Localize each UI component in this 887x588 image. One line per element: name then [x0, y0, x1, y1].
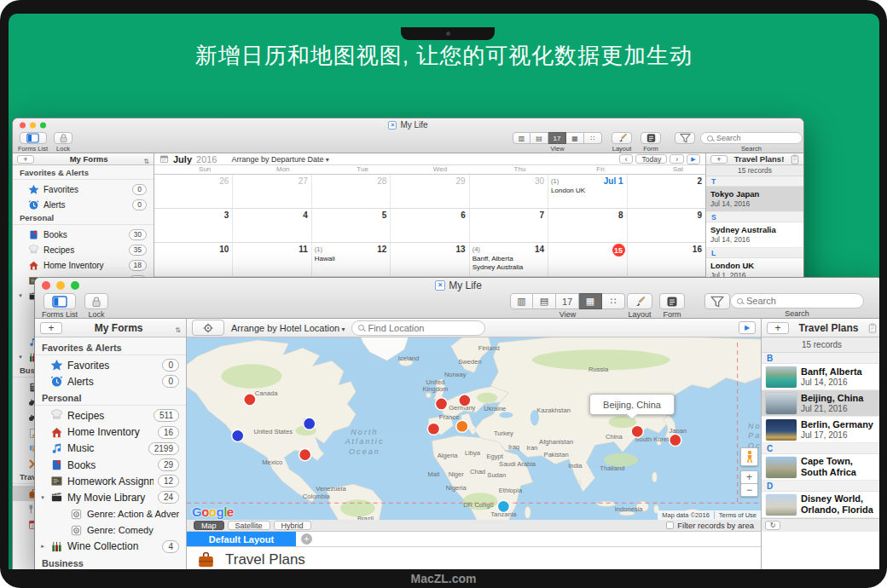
map-pin[interactable] [459, 395, 471, 406]
zoom-button[interactable] [40, 122, 46, 128]
map-pin[interactable] [497, 500, 509, 512]
calendar-cell[interactable]: 8 [548, 209, 627, 242]
forms-list-toolbar-item[interactable]: Forms List [18, 132, 48, 153]
sidebar-item-alerts[interactable]: Alerts0 [35, 373, 186, 389]
calendar-cell[interactable]: 10 [154, 243, 233, 276]
disclosure-triangle-icon[interactable]: ▾ [39, 494, 46, 501]
record-list-item[interactable]: Tokyo JapanJul 14, 2016 [706, 187, 803, 212]
map-pin[interactable] [631, 425, 643, 437]
sidebar-item-genre-comedy[interactable]: Genre: Comedy [35, 522, 186, 539]
form-toolbar-item[interactable]: Form [641, 132, 661, 153]
map-pin-callout[interactable]: Beijing, China [589, 394, 675, 415]
next-month-button[interactable]: › [670, 154, 684, 164]
form-toolbar-item[interactable]: Form [659, 293, 685, 319]
add-form-button[interactable]: + [40, 322, 62, 334]
search-field[interactable] [730, 293, 864, 308]
clipboard-icon[interactable] [868, 323, 877, 333]
slideshow-button[interactable]: ▶ [739, 321, 756, 334]
forms-list-icon[interactable] [20, 132, 47, 144]
map-type-map-button[interactable]: Map [194, 521, 224, 530]
sidebar-item-books[interactable]: Books29 [35, 457, 186, 473]
calendar-cell[interactable]: 15 [548, 243, 627, 276]
map-pin[interactable] [304, 418, 316, 429]
filter-funnel-icon[interactable] [704, 293, 730, 309]
view-segment-list-icon[interactable]: ▤ [533, 293, 556, 309]
calendar-cell[interactable]: 2 [628, 175, 705, 208]
view-segment-grid-icon[interactable]: ∷ [602, 293, 625, 309]
view-segment-columns-icon[interactable]: ▥ [510, 293, 533, 309]
layout-brush-icon[interactable] [612, 132, 632, 144]
sidebar-item-books[interactable]: Books30 [13, 227, 154, 242]
layout-toolbar-item[interactable]: Layout [627, 293, 652, 319]
record-list-item[interactable]: Disney World, Orlando, Florida [762, 492, 879, 518]
calendar-cell[interactable]: 11 [233, 243, 311, 276]
arrange-by-dropdown[interactable]: Arrange by Hotel Location [231, 323, 345, 333]
sidebar-item-favorites[interactable]: Favorites0 [13, 182, 154, 197]
filter-toolbar-item[interactable] [704, 293, 730, 309]
sidebar-item-home-inventory[interactable]: Home Inventory16 [35, 424, 186, 441]
sort-order-icon[interactable] [143, 152, 149, 167]
add-form-button[interactable]: + [17, 155, 34, 164]
form-icon[interactable] [659, 293, 685, 309]
calendar-cell[interactable]: 27 [233, 175, 311, 208]
record-list-item[interactable]: Banff, AlbertaJul 14, 2016 [762, 364, 879, 390]
sidebar-item-wine-collection[interactable]: ▸Wine Collection4 [35, 539, 186, 555]
form-icon[interactable] [641, 132, 661, 144]
calendar-cell[interactable]: (4)14Banff, AlbertaSydney Australia [470, 243, 548, 276]
locate-target-icon[interactable] [192, 320, 224, 336]
minimize-button[interactable] [30, 122, 36, 128]
map-pin[interactable] [456, 420, 468, 432]
calendar-cell[interactable]: 9 [628, 209, 705, 242]
view-segment-columns-icon[interactable]: ▥ [513, 132, 530, 144]
layout-toolbar-item[interactable]: Layout [612, 132, 632, 153]
search-input[interactable] [746, 296, 857, 306]
calendar-cell[interactable]: 4 [233, 209, 311, 242]
map-pin[interactable] [670, 434, 681, 446]
calendar-cell[interactable]: 3 [154, 209, 233, 242]
disclosure-triangle-icon[interactable]: ▾ [17, 292, 24, 299]
record-list-item[interactable]: Berlin, GermanyJul 17, 2016 [762, 417, 879, 443]
search-input[interactable] [716, 134, 796, 142]
calendar-cell[interactable]: 13 [391, 243, 469, 276]
view-segment-grid-icon[interactable]: ∷ [584, 132, 602, 144]
add-layout-button[interactable]: + [301, 533, 312, 545]
sidebar-item-recipes[interactable]: Recipes511 [35, 407, 186, 424]
sort-order-icon[interactable] [175, 320, 181, 336]
filter-toolbar-item[interactable] [675, 132, 695, 144]
map-pin[interactable] [244, 394, 256, 406]
sidebar-item-homework-assignments[interactable]: Homework Assignments12 [35, 473, 186, 489]
calendar-cell[interactable]: 29 [391, 175, 469, 208]
close-button[interactable] [42, 281, 50, 290]
calendar-cell[interactable]: 5 [312, 209, 391, 242]
map-type-satellite-button[interactable]: Satellite [228, 521, 270, 530]
calendar-cell[interactable]: 28 [312, 175, 391, 208]
view-segment-calendar-icon[interactable]: 17 [556, 293, 579, 309]
add-record-button[interactable]: + [767, 322, 789, 334]
lock-icon[interactable] [84, 293, 108, 309]
sidebar-item-music[interactable]: Music2199 [35, 441, 186, 457]
street-view-pegman-button[interactable] [740, 447, 758, 466]
disclosure-triangle-icon[interactable]: ▸ [39, 543, 46, 550]
zoom-button[interactable] [71, 281, 79, 290]
sidebar-item-recipes[interactable]: Recipes35 [13, 242, 154, 257]
map-pin[interactable] [232, 429, 244, 441]
map-pin[interactable] [299, 449, 311, 461]
sidebar-item-genre-action-adventure[interactable]: Genre: Action & Adventure [35, 506, 186, 522]
view-segment-map-icon[interactable]: ▦ [579, 293, 602, 309]
sidebar-item-favorites[interactable]: Favorites0 [35, 357, 186, 373]
calendar-cell[interactable]: 30 [470, 175, 548, 208]
prev-month-button[interactable]: ‹ [619, 154, 634, 164]
terms-of-use-link[interactable]: Terms of Use [714, 511, 761, 519]
sidebar-item-home-inventory[interactable]: Home Inventory18 [13, 257, 154, 273]
forms-list-toolbar-item[interactable]: Forms List [42, 293, 78, 319]
map-canvas[interactable]: CanadaUnited StatesMexicoVenezuelaColomb… [187, 337, 761, 520]
lock-icon[interactable] [54, 132, 72, 144]
filter-funnel-icon[interactable] [675, 132, 695, 144]
today-button[interactable]: Today [635, 154, 667, 164]
find-location-field[interactable] [351, 320, 485, 336]
filter-records-by-area[interactable]: Filter records by area [666, 521, 754, 530]
add-record-button[interactable]: + [710, 155, 728, 164]
forms-list-icon[interactable] [43, 293, 76, 309]
map-zoom-out-button[interactable]: − [740, 483, 758, 497]
checkbox-icon[interactable] [666, 522, 674, 529]
